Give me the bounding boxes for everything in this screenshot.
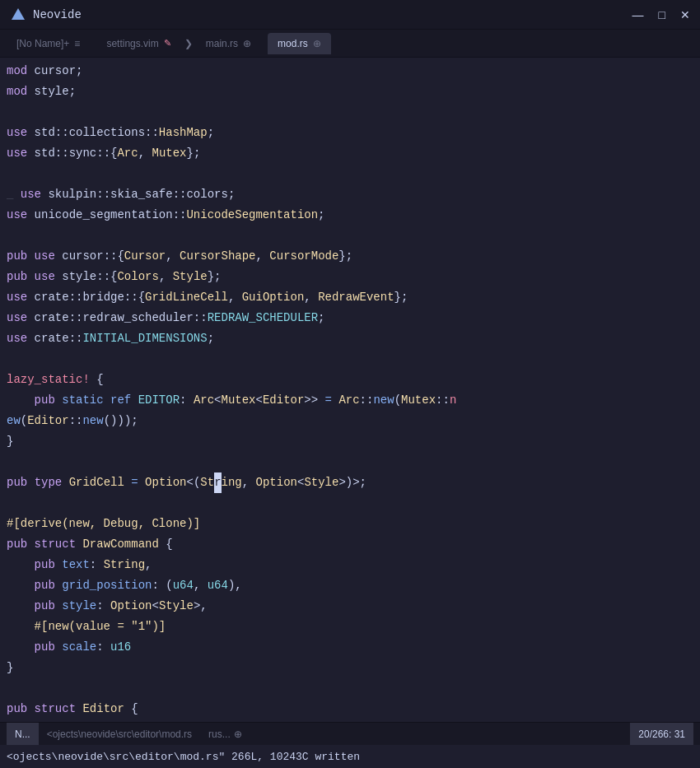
code-line	[0, 452, 700, 472]
tab-label: main.rs	[206, 38, 238, 49]
tab-icon: ⊕	[313, 38, 321, 49]
status-position: 20/266: 31	[630, 723, 693, 746]
code-line: use std::collections::HashMap;	[0, 123, 700, 143]
code-line	[0, 102, 700, 123]
code-line: use crate::INITIAL_DIMENSIONS;	[0, 328, 700, 349]
filepath-text: <ojects\neovide\src\editor\mod.rs	[47, 728, 192, 740]
tab-label: mod.rs	[278, 38, 308, 49]
tab-separator: ❯	[184, 38, 193, 49]
app-logo	[10, 7, 26, 23]
code-line: mod style;	[0, 81, 700, 102]
minimize-button[interactable]: —	[632, 8, 644, 21]
tab-main-rs[interactable]: main.rs ⊕	[196, 33, 261, 54]
filetype-text: rus...	[208, 728, 231, 740]
command-line: <ojects\neovide\src\editor\mod.rs" 266L,…	[0, 745, 700, 768]
code-line	[0, 678, 700, 699]
mode-text: N...	[15, 728, 30, 740]
status-mode: N...	[7, 723, 39, 746]
close-button[interactable]: ✕	[680, 8, 690, 21]
code-line: use unicode_segmentation::UnicodeSegment…	[0, 205, 700, 226]
code-line: pub text: String,	[0, 555, 700, 575]
status-filetype: rus... ⊕	[200, 723, 250, 746]
code-line: pub scale: u16	[0, 637, 700, 658]
tab-label: [No Name]+	[16, 38, 69, 49]
code-line: lazy_static! {	[0, 370, 700, 390]
tab-settings-vim[interactable]: settings.vim ✎	[96, 33, 180, 54]
code-line: }	[0, 658, 700, 678]
code-line: #[new(value = "1")]	[0, 617, 700, 637]
svg-marker-0	[12, 8, 25, 20]
status-right: 20/266: 31	[630, 723, 693, 746]
code-line: pub struct DrawCommand {	[0, 534, 700, 555]
code-line	[0, 493, 700, 514]
code-line: #[derive(new, Debug, Clone)]	[0, 514, 700, 534]
title-left: Neovide	[10, 7, 82, 23]
code-line: pub grid_position: (u64, u64),	[0, 575, 700, 596]
tab-no-name[interactable]: [No Name]+ ≡	[7, 33, 90, 54]
code-line: mod cursor;	[0, 61, 700, 81]
code-line: pub type GridCell = Option<(String, Opti…	[0, 472, 700, 493]
cmd-text: <ojects\neovide\src\editor\mod.rs" 266L,…	[7, 751, 360, 763]
tab-modified-icon: ✎	[164, 38, 171, 49]
code-line: pub static ref EDITOR: Arc<Mutex<Editor>…	[0, 390, 700, 411]
code-line: pub use cursor::{Cursor, CursorShape, Cu…	[0, 246, 700, 267]
maximize-button[interactable]: □	[659, 8, 665, 21]
code-line: }	[0, 431, 700, 452]
code-line: pub use style::{Colors, Style};	[0, 267, 700, 287]
tab-label: settings.vim	[106, 38, 158, 49]
position-text: 20/266: 31	[638, 728, 685, 740]
tab-bar: [No Name]+ ≡ settings.vim ✎ ❯ main.rs ⊕ …	[0, 30, 700, 58]
code-line: use crate::redraw_scheduler::REDRAW_SCHE…	[0, 308, 700, 328]
code-line	[0, 349, 700, 370]
tab-mod-rs[interactable]: mod.rs ⊕	[268, 33, 331, 54]
editor-area[interactable]: mod cursor; mod style; use std::collecti…	[0, 58, 700, 722]
status-filepath: <ojects\neovide\src\editor\mod.rs	[39, 723, 200, 746]
encoding-icon: ⊕	[234, 728, 242, 740]
code-line: pub struct Editor {	[0, 699, 700, 719]
code-line	[0, 226, 700, 246]
status-bar: N... <ojects\neovide\src\editor\mod.rs r…	[0, 722, 700, 745]
title-bar: Neovide — □ ✕	[0, 0, 700, 30]
tab-icon: ⊕	[243, 38, 251, 49]
tab-menu-icon: ≡	[74, 38, 80, 49]
title-controls: — □ ✕	[632, 8, 690, 21]
code-line: use crate::bridge::{GridLineCell, GuiOpt…	[0, 287, 700, 308]
code-line: _ use skulpin::skia_safe::colors;	[0, 184, 700, 205]
code-line: use std::sync::{Arc, Mutex};	[0, 143, 700, 164]
code-line	[0, 164, 700, 184]
code-line: pub style: Option<Style>,	[0, 596, 700, 617]
code-line: ew(Editor::new()));	[0, 411, 700, 431]
app-title: Neovide	[33, 8, 82, 21]
